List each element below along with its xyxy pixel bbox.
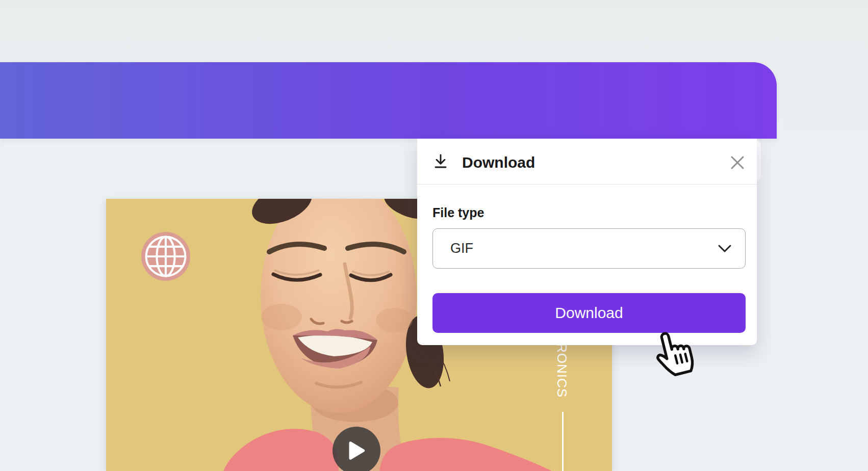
download-panel: Download File type GIF Download xyxy=(417,139,757,345)
panel-title: Download xyxy=(462,154,535,171)
chevron-down-icon xyxy=(718,244,732,253)
video-play-button[interactable] xyxy=(333,427,380,471)
globe-icon xyxy=(141,232,190,281)
globe-badge xyxy=(141,232,190,281)
editor-top-bar: Share 7.9s Download xyxy=(0,62,777,139)
panel-divider xyxy=(417,184,757,185)
play-icon xyxy=(348,441,365,460)
close-icon xyxy=(730,155,745,170)
download-panel-header: Download xyxy=(417,139,757,184)
canvas-vertical-rule xyxy=(562,412,564,471)
file-type-selected-value: GIF xyxy=(450,241,718,256)
download-icon xyxy=(432,153,449,169)
file-type-label: File type xyxy=(432,205,484,220)
panel-download-button[interactable]: Download xyxy=(432,293,746,333)
close-button[interactable] xyxy=(725,153,750,172)
canvas-vertical-text: RONICS xyxy=(554,343,570,404)
file-type-select[interactable]: GIF xyxy=(432,228,746,269)
